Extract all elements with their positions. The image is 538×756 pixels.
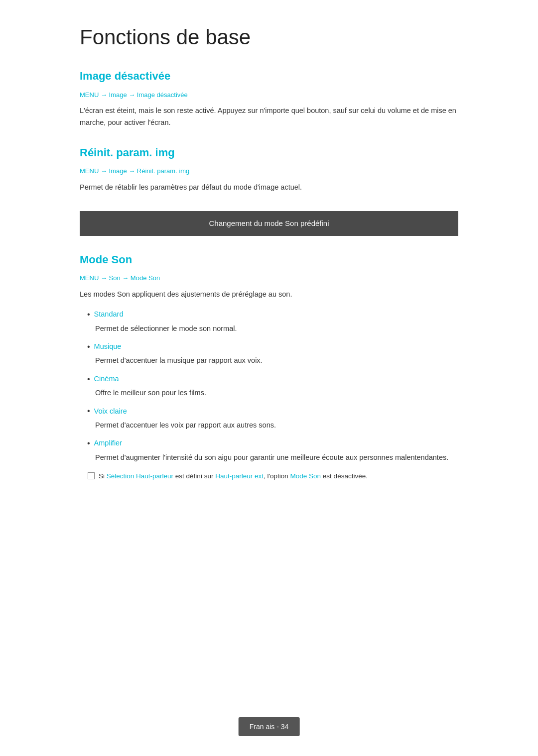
list-item-standard: Standard Permet de sélectionner le mode … (80, 308, 458, 334)
banner-box: Changement du mode Son prédéfini (80, 211, 458, 236)
breadcrumb-mode-son: MENU → Son → Mode Son (80, 273, 458, 284)
note-text: Si Sélection Haut-parleur est défini sur… (99, 471, 368, 482)
bullet-label-amplifier: Amplifier (87, 437, 458, 450)
section-text-reinit-param-img: Permet de rétablir les paramètres par dé… (80, 182, 458, 194)
note-end: est désactivée. (321, 472, 368, 480)
bullet-label-standard: Standard (87, 308, 458, 321)
bullet-desc-amplifier: Permet d'augmenter l'intensité du son ai… (87, 452, 458, 463)
section-title-reinit-param-img: Réinit. param. img (80, 144, 458, 161)
page-footer: Fran ais - 34 (239, 717, 300, 736)
bullet-label-cinema: Cinéma (87, 373, 458, 386)
section-text-image-desactivee: L'écran est éteint, mais le son reste ac… (80, 105, 458, 129)
section-mode-son: Mode Son MENU → Son → Mode Son Les modes… (80, 251, 458, 481)
breadcrumb-image-desactivee: MENU → Image → Image désactivée (80, 90, 458, 101)
list-item-musique: Musique Permet d'accentuer la musique pa… (80, 340, 458, 367)
checkbox-icon (88, 472, 95, 479)
list-item-cinema: Cinéma Offre le meilleur son pour les fi… (80, 373, 458, 399)
list-item-voix-claire: Voix claire Permet d'accentuer les voix … (80, 405, 458, 431)
section-title-image-desactivee: Image désactivée (80, 67, 458, 85)
section-title-mode-son: Mode Son (80, 251, 458, 268)
section-image-desactivee: Image désactivée MENU → Image → Image dé… (80, 67, 458, 129)
bullet-desc-standard: Permet de sélectionner le mode son norma… (87, 323, 458, 334)
breadcrumb-reinit-param-img: MENU → Image → Réinit. param. img (80, 166, 458, 177)
bullet-label-musique: Musique (87, 340, 458, 353)
bullet-desc-voix-claire: Permet d'accentuer les voix par rapport … (87, 420, 458, 431)
page-container: Fonctions de base Image désactivée MENU … (45, 0, 493, 756)
note-prefix: Si (99, 472, 107, 480)
mode-son-intro: Les modes Son appliquent des ajustements… (80, 289, 458, 301)
section-reinit-param-img: Réinit. param. img MENU → Image → Réinit… (80, 144, 458, 194)
bullet-desc-cinema: Offre le meilleur son pour les films. (87, 387, 458, 399)
note-link2: Haut-parleur ext (215, 472, 264, 480)
list-item-amplifier: Amplifier Permet d'augmenter l'intensité… (80, 437, 458, 463)
mode-son-bullet-list: Standard Permet de sélectionner le mode … (80, 308, 458, 463)
bullet-label-voix-claire: Voix claire (87, 405, 458, 418)
note-suffix: , l'option (264, 472, 290, 480)
note-link3: Mode Son (290, 472, 321, 480)
divider-section: Changement du mode Son prédéfini (80, 211, 458, 236)
page-title: Fonctions de base (80, 25, 458, 50)
bullet-desc-musique: Permet d'accentuer la musique par rappor… (87, 355, 458, 366)
note-box: Si Sélection Haut-parleur est défini sur… (80, 471, 458, 482)
note-link1: Sélection Haut-parleur (107, 472, 173, 480)
note-middle: est défini sur (173, 472, 215, 480)
